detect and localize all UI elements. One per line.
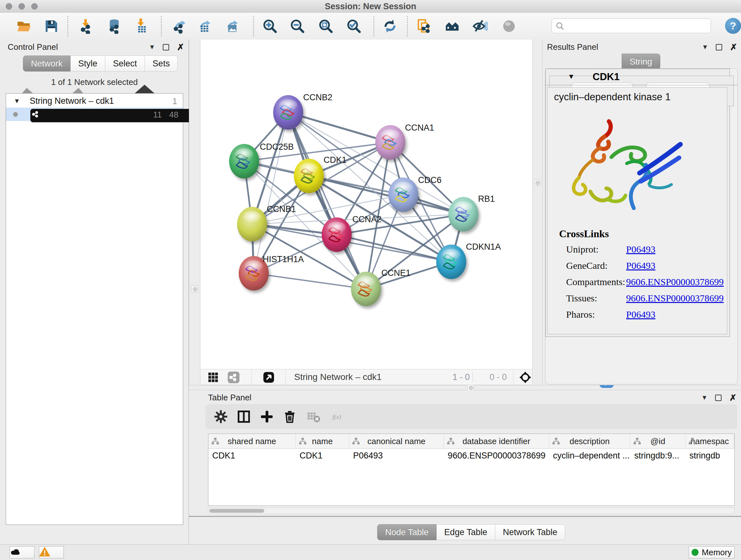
column-header-description[interactable]: description xyxy=(549,434,630,449)
right-splitter[interactable] xyxy=(532,40,542,385)
table-panel-title: Table Panel xyxy=(208,393,252,402)
table-row[interactable]: CDK1CDK1P064939606.ENSP00000378699cyclin… xyxy=(208,449,734,462)
toolbar-separator xyxy=(374,16,374,37)
table-cell[interactable]: CDK1 xyxy=(296,449,349,462)
network-collection-row[interactable]: ▼ String Network – cdk1 1 xyxy=(6,94,183,108)
show-hide-graphics-details-icon[interactable] xyxy=(472,18,488,34)
panel-float-icon[interactable] xyxy=(716,44,722,51)
render-level-of-detail-icon[interactable] xyxy=(501,18,517,34)
right-splitter-handle[interactable] xyxy=(534,179,541,186)
table-cell[interactable]: 9606.ENSP00000378699 xyxy=(444,449,549,462)
tab-style[interactable]: Style xyxy=(71,56,105,71)
panel-menu-caret-icon[interactable]: ▼ xyxy=(701,394,708,401)
crosslink-link[interactable]: P06493 xyxy=(626,309,656,320)
cloud-button[interactable] xyxy=(10,546,35,558)
panel-float-icon[interactable] xyxy=(163,44,169,51)
table-horizontal-scrollbar[interactable] xyxy=(208,508,735,514)
left-splitter-handle[interactable] xyxy=(191,286,198,293)
network-node-ccna1[interactable]: CCNA1 xyxy=(375,123,434,160)
panel-menu-caret-icon[interactable]: ▼ xyxy=(149,44,155,51)
tab-edge-table[interactable]: Edge Table xyxy=(436,524,495,540)
network-node-ccne1[interactable]: CCNE1 xyxy=(351,268,411,306)
table-cell[interactable]: cyclin–dependent ... xyxy=(549,449,630,462)
warnings-button[interactable] xyxy=(39,546,64,558)
import-network-from-file-icon[interactable] xyxy=(79,18,95,34)
table-cell[interactable]: P06493 xyxy=(349,449,444,462)
network-node-rb1[interactable]: RB1 xyxy=(448,194,495,232)
table-panel: Table Panel ▼ ✗ f(x) shared namenamecano… xyxy=(189,390,741,544)
column-header-canonical-name[interactable]: canonical name xyxy=(349,434,444,449)
crosslink-link[interactable]: P06493 xyxy=(626,244,656,255)
panel-float-icon[interactable] xyxy=(715,395,722,401)
open-session-icon[interactable] xyxy=(16,18,32,34)
table-cell[interactable]: stringdb:9... xyxy=(630,449,685,462)
network-canvas[interactable]: CCNB2CCNA1CDC25BCDK1CDC6RB1CCNB1CCNA2CDK… xyxy=(200,40,532,369)
panel-menu-caret-icon[interactable]: ▼ xyxy=(702,44,709,51)
protein-card-header[interactable]: ▼ CDK1 xyxy=(545,69,738,85)
zoom-out-icon[interactable] xyxy=(289,18,306,34)
panel-close-icon[interactable]: ✗ xyxy=(177,44,184,51)
search-field[interactable] xyxy=(551,18,711,33)
tab-sets[interactable]: Sets xyxy=(145,56,178,71)
network-row-selected[interactable]: String Network – cdk1 11 48 xyxy=(6,108,183,121)
refresh-view-icon[interactable] xyxy=(382,18,398,34)
control-panel-tabs: NetworkStyleSelectSets xyxy=(23,56,178,71)
import-table-from-file-icon[interactable] xyxy=(134,18,150,34)
save-session-icon[interactable] xyxy=(44,18,59,34)
column-header-shared-name[interactable]: shared name xyxy=(208,434,296,449)
card-collapse-caret-icon[interactable]: ▼ xyxy=(568,72,575,81)
tree-expand-caret-icon[interactable]: ▼ xyxy=(14,98,20,105)
network-edge[interactable] xyxy=(288,112,390,142)
crosslink-row: Compartments:9606.ENSP00000378699 xyxy=(548,276,727,293)
selected-node-edge-counts: 1 - 0 xyxy=(453,369,470,385)
svg-text:f(x): f(x) xyxy=(333,414,341,421)
table-header-row[interactable]: shared namenamecanonical namedatabase id… xyxy=(208,434,734,449)
crosslink-link[interactable]: 9606.ENSP00000378699 xyxy=(626,276,724,287)
help-button[interactable]: ? xyxy=(725,18,741,34)
panel-close-icon[interactable]: ✗ xyxy=(729,395,737,401)
network-edge[interactable] xyxy=(254,273,366,289)
export-network-icon[interactable] xyxy=(172,18,188,34)
network-node-cdc25b[interactable]: CDC25B xyxy=(229,142,294,179)
tab-node-table[interactable]: Node Table xyxy=(377,524,436,540)
zoom-fit-content-icon[interactable] xyxy=(318,18,334,34)
network-node-ccnb2[interactable]: CCNB2 xyxy=(273,92,333,130)
network-node-cdkn1a[interactable]: CDKN1A xyxy=(436,242,501,279)
crosslink-link[interactable]: P06493 xyxy=(626,260,656,271)
export-image-icon[interactable] xyxy=(225,18,241,34)
column-header-label: canonical name xyxy=(367,436,425,446)
panel-close-icon[interactable]: ✗ xyxy=(730,44,737,51)
column-header-name[interactable]: name xyxy=(296,434,349,449)
toolbar-separator xyxy=(472,372,473,382)
export-table-icon[interactable] xyxy=(197,18,213,34)
protein-card: ▼ CDK1 cyclin–dependent kinase 1 xyxy=(545,69,730,337)
tab-string[interactable]: String xyxy=(622,54,660,70)
clone-network-icon[interactable] xyxy=(416,18,432,34)
crosslink-link[interactable]: 9606.ENSP00000378699 xyxy=(626,293,724,304)
scrollbar-thumb[interactable] xyxy=(209,509,264,513)
toolbar-separator xyxy=(513,369,514,385)
import-network-from-database-icon[interactable] xyxy=(106,18,122,34)
table-cell[interactable]: stringdb xyxy=(685,449,734,462)
network-view-toolbar: String Network – cdk1 1 - 0 0 - 0 xyxy=(200,369,532,385)
first-neighbors-icon[interactable] xyxy=(444,18,460,34)
crosslink-label: Pharos: xyxy=(566,309,595,320)
tab-network-table[interactable]: Network Table xyxy=(495,524,565,540)
column-header-label: @id xyxy=(650,436,665,446)
zoom-selected-icon[interactable] xyxy=(346,18,362,34)
node-label-hist1h1a: HIST1H1A xyxy=(263,254,304,264)
network-node-cdk1[interactable]: CDK1 xyxy=(294,155,347,193)
network-node-hist1h1a[interactable]: HIST1H1A xyxy=(239,254,304,291)
zoom-in-icon[interactable] xyxy=(262,18,278,34)
column-header--id[interactable]: @id xyxy=(630,434,685,449)
tab-network[interactable]: Network xyxy=(23,56,71,71)
tab-select[interactable]: Select xyxy=(105,56,145,71)
table-tabs: Node TableEdge TableNetwork Table xyxy=(377,524,565,540)
hidden-node-edge-counts: 0 - 0 xyxy=(489,369,507,385)
column-header-database-identifier[interactable]: database identifier xyxy=(444,434,549,449)
node-table[interactable]: shared namenamecanonical namedatabase id… xyxy=(208,434,735,506)
memory-button[interactable]: Memory xyxy=(689,546,735,558)
column-header-namespac[interactable]: namespac xyxy=(685,434,734,449)
search-input[interactable] xyxy=(567,19,709,33)
table-cell[interactable]: CDK1 xyxy=(208,449,296,462)
